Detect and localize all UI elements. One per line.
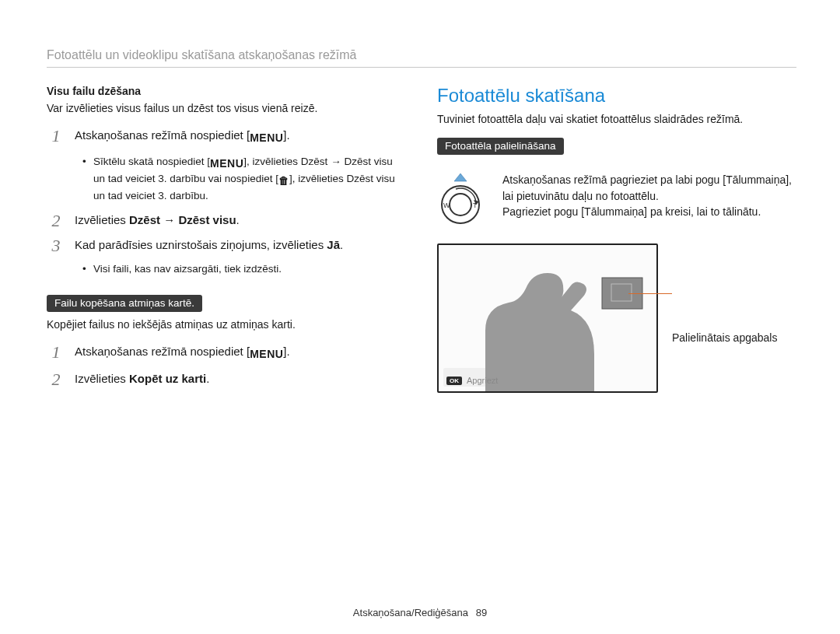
- enlarge-heading: Fotoattēla palielināšana: [437, 138, 564, 155]
- t: Dzēst visu: [178, 213, 236, 226]
- t: [Tālummaiņa]: [723, 173, 789, 186]
- page-number: 89: [476, 607, 487, 618]
- section-intro: Tuviniet fotoattēla daļu vai skatiet fot…: [437, 111, 796, 127]
- right-column: Fotoattēlu skatīšana Tuviniet fotoattēla…: [437, 85, 796, 394]
- t: Atskaņošanas režīmā pagrieziet pa labi p…: [502, 173, 723, 186]
- step-1-text-post: ].: [283, 128, 289, 142]
- step-1-bullet: Sīktēlu skatā nospiediet [MENU], izvēlie…: [47, 154, 406, 204]
- t: Pagrieziet pogu: [502, 205, 581, 218]
- bullet-item: Sīktēlu skatā nospiediet [MENU], izvēlie…: [82, 154, 406, 204]
- t: .: [236, 213, 240, 226]
- menu-icon: MENU: [250, 130, 283, 145]
- step-number: 1: [47, 124, 65, 149]
- copy-to-card-heading: Failu kopēšana atmiņas kartē.: [47, 295, 202, 312]
- page-footer: Atskaņošana/Rediģēšana 89: [0, 607, 840, 618]
- t: →: [160, 213, 178, 226]
- t: Atskaņošanas režīmā nospiediet [: [75, 345, 250, 358]
- copy-step-1: 1 Atskaņošanas režīmā nospiediet [MENU].: [47, 343, 406, 362]
- menu-icon: MENU: [210, 156, 243, 171]
- ok-badge: OK: [446, 377, 462, 385]
- rotate-instruction-row: W T Atskaņošanas režīmā pagrieziet pa la…: [437, 172, 796, 229]
- rotate-instruction-text: Atskaņošanas režīmā pagrieziet pa labi p…: [502, 172, 796, 219]
- t: ].: [283, 345, 289, 358]
- delete-all-steps: 1 Atskaņošanas režīmā nospiediet [MENU].…: [47, 127, 406, 276]
- t: Kad parādīsies uznirstošais ziņojums, iz…: [75, 238, 327, 251]
- trash-icon: 🗑: [278, 173, 289, 189]
- t: Dzēst: [301, 156, 328, 167]
- zoom-diagram-row: OK Apgriezt Palielinātais apgabals: [437, 243, 796, 393]
- t: .: [206, 372, 209, 385]
- step-number: 2: [47, 367, 65, 392]
- t: Sīktēlu skatā nospiediet [: [93, 156, 210, 167]
- t: Dzēst: [129, 213, 160, 226]
- zoom-dial-icon: W T: [437, 172, 492, 229]
- t: ], izvēlieties: [289, 173, 347, 184]
- callout-label: Palielinātais apgabals: [672, 292, 777, 345]
- delete-all-heading: Visu failu dzēšana: [47, 85, 406, 97]
- svg-point-1: [450, 194, 471, 215]
- ok-indicator: OK Apgriezt: [446, 376, 498, 385]
- t: pa kreisi, lai to tālinātu.: [647, 205, 761, 218]
- step-number: 3: [47, 233, 65, 258]
- page-header: Fotoattēlu un videoklipu skatīšana atska…: [47, 48, 796, 68]
- step-number: 1: [47, 340, 65, 365]
- step-2: 2 Izvēlieties Dzēst → Dzēst visu.: [47, 212, 406, 229]
- t: Kopēt uz karti: [129, 372, 206, 385]
- t: un tad veiciet 3. darbību vai nospiediet…: [93, 173, 278, 184]
- t: ], izvēlieties: [243, 156, 301, 167]
- t: Dzēst visu: [346, 173, 394, 184]
- t: Izvēlieties: [75, 213, 129, 226]
- t: .: [340, 238, 343, 251]
- step-3: 3 Kad parādīsies uznirstošais ziņojums, …: [47, 236, 406, 254]
- left-column: Visu failu dzēšana Var izvēlieties visus…: [47, 85, 406, 394]
- menu-icon: MENU: [250, 346, 283, 362]
- t: un tad veiciet 3. darbību.: [93, 190, 208, 201]
- t: →: [327, 156, 344, 167]
- t: Jā: [327, 238, 340, 251]
- step-1: 1 Atskaņošanas režīmā nospiediet [MENU].: [47, 127, 406, 145]
- copy-step-2: 2 Izvēlieties Kopēt uz karti.: [47, 370, 406, 387]
- two-column-layout: Visu failu dzēšana Var izvēlieties visus…: [47, 85, 796, 394]
- svg-text:W: W: [443, 201, 450, 209]
- step-number: 2: [47, 208, 65, 233]
- t: [Tālummaiņa]: [581, 205, 647, 218]
- delete-all-desc: Var izvēlieties visus failus un dzēst to…: [47, 100, 406, 116]
- copy-steps: 1 Atskaņošanas režīmā nospiediet [MENU].…: [47, 343, 406, 387]
- t: Izvēlieties: [75, 372, 129, 385]
- ok-text: Apgriezt: [467, 376, 498, 385]
- t: Dzēst visu: [344, 156, 392, 167]
- callout-line: [628, 293, 672, 294]
- step-3-bullet: Visi faili, kas nav aizsargāti, tiek izd…: [47, 261, 406, 277]
- photo-frame: OK Apgriezt: [437, 243, 658, 393]
- section-title: Fotoattēlu skatīšana: [437, 85, 796, 107]
- step-1-text-pre: Atskaņošanas režīmā nospiediet [: [75, 128, 250, 142]
- copy-to-card-desc: Kopējiet failus no iekšējās atmiņas uz a…: [47, 317, 406, 332]
- footer-section: Atskaņošana/Rediģēšana: [353, 607, 468, 618]
- page: Fotoattēlu un videoklipu skatīšana atska…: [0, 0, 840, 634]
- bullet-item: Visi faili, kas nav aizsargāti, tiek izd…: [82, 261, 406, 277]
